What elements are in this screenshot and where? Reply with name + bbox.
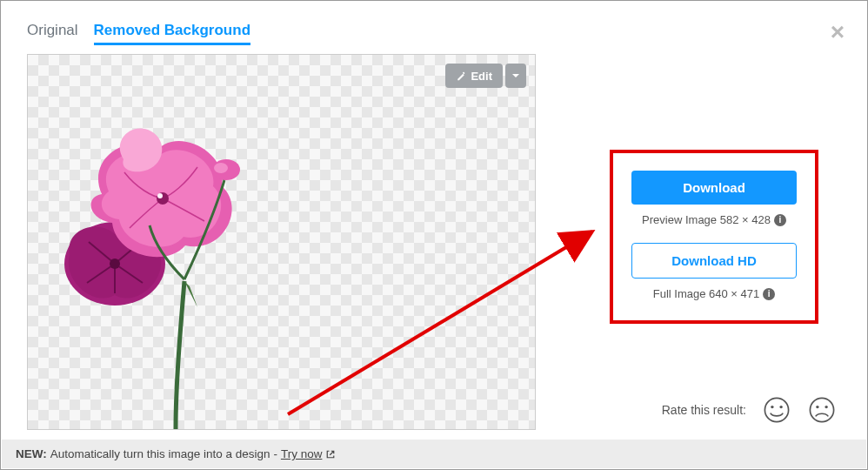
svg-point-11: [825, 406, 827, 408]
download-highlight-box: Download Preview Image 582 × 428 i Downl…: [610, 150, 818, 324]
download-button[interactable]: Download: [631, 171, 797, 205]
edit-dropdown[interactable]: [505, 64, 526, 88]
tabs: Original Removed Background: [27, 22, 841, 45]
full-caption: Full Image 640 × 471 i: [653, 287, 776, 300]
smile-icon[interactable]: [762, 395, 791, 425]
chevron-down-icon: [511, 71, 520, 80]
flower-illustration: [37, 116, 297, 429]
download-hd-button[interactable]: Download HD: [631, 243, 797, 279]
footer-banner: NEW: Automatically turn this image into …: [2, 440, 866, 468]
tab-original[interactable]: Original: [27, 22, 78, 45]
frown-icon[interactable]: [807, 395, 837, 425]
svg-point-1: [110, 258, 120, 269]
try-now-link[interactable]: Try now: [281, 447, 337, 460]
svg-point-7: [771, 406, 773, 408]
svg-point-10: [816, 406, 818, 408]
preview-caption: Preview Image 582 × 428 i: [642, 213, 786, 226]
edit-label: Edit: [471, 70, 492, 83]
tab-removed-background[interactable]: Removed Background: [94, 22, 250, 45]
svg-point-6: [765, 398, 788, 421]
result-image: Edit: [27, 54, 536, 430]
svg-point-5: [214, 163, 228, 173]
info-icon[interactable]: i: [763, 288, 775, 300]
wand-icon: [456, 70, 466, 81]
info-icon[interactable]: i: [774, 214, 786, 226]
svg-point-8: [779, 406, 782, 408]
footer-text: Automatically turn this image into a des…: [50, 447, 277, 460]
external-link-icon: [325, 449, 336, 460]
rate-label: Rate this result:: [662, 403, 746, 417]
svg-point-3: [157, 193, 163, 198]
footer-new: NEW:: [16, 447, 47, 460]
svg-point-9: [810, 398, 833, 421]
close-icon[interactable]: ×: [831, 20, 845, 44]
edit-button[interactable]: Edit: [445, 64, 503, 88]
